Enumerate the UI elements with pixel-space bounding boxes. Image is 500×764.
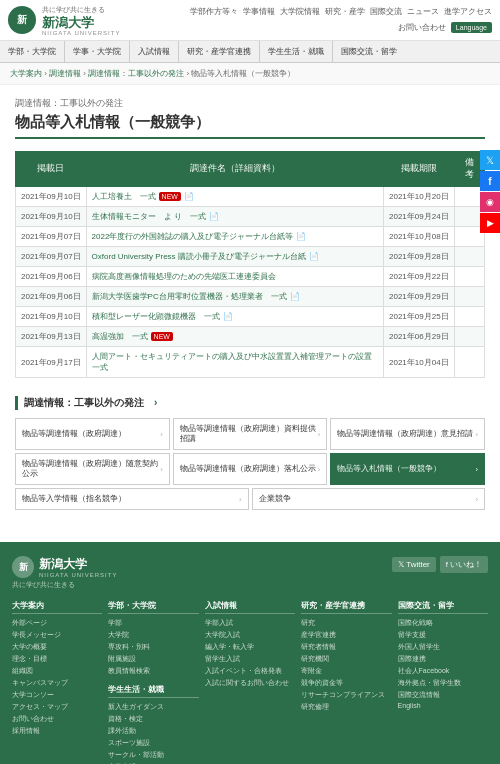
top-nav-item[interactable]: 学事・大学院	[65, 41, 130, 62]
nav-item[interactable]: お問い合わせ	[398, 23, 446, 33]
footer-link[interactable]: リサーチコンプライアンス	[301, 690, 391, 700]
footer-link[interactable]: 外部ページ	[12, 618, 102, 628]
footer-link[interactable]: 国際連携	[398, 654, 488, 664]
table-cell-title[interactable]: 2022年度行の外国雑誌の購入及び電子ジャーナル台紙等📄	[86, 227, 383, 247]
footer-link[interactable]: 採用情報	[12, 726, 102, 736]
top-nav-item[interactable]: 学生生活・就職	[260, 41, 333, 62]
instagram-button[interactable]: ◉	[480, 192, 500, 212]
lang-button[interactable]: Language	[451, 22, 492, 33]
footer-link[interactable]: スポーツ施設	[108, 738, 198, 748]
nav-item[interactable]: 学事情報	[243, 7, 275, 17]
footer-link[interactable]: 産学官連携	[301, 630, 391, 640]
table-cell-title[interactable]: 積和型レーザー化顕微鏡機器 一式📄	[86, 307, 383, 327]
link-card-2[interactable]: 物品等調達情報（政府調達）資料提供招講›	[173, 418, 328, 450]
footer-link[interactable]: 研究機関	[301, 654, 391, 664]
footer-link[interactable]: アクセス・マップ	[12, 702, 102, 712]
footer-link[interactable]: 新入生ガイダンス	[108, 702, 198, 712]
table-cell-note	[454, 267, 484, 287]
procurement-link[interactable]: 生体情報モニター よ り 一式	[92, 212, 206, 221]
footer-link[interactable]: 課外活動	[108, 726, 198, 736]
table-row: 2021年09月07日Oxford University Press 購読小冊子…	[16, 247, 485, 267]
link-card-7[interactable]: 物品等入学情報（指名競争）›	[15, 488, 249, 510]
link-grid-2: 物品等調達情報（政府調達）随意契約公示› 物品等調達情報（政府調達）落札公示› …	[15, 453, 485, 485]
table-cell-title[interactable]: 高温強加 一式NEW	[86, 327, 383, 347]
table-cell-title[interactable]: 新潟大学医歯学PC台用零时位置機器・処理業者 一式📄	[86, 287, 383, 307]
procurement-link[interactable]: 人工培養土 一式	[92, 192, 156, 201]
footer-link[interactable]: 大学の概要	[12, 642, 102, 652]
link-card-3[interactable]: 物品等調達情報（政府調達）意見招請›	[330, 418, 485, 450]
footer-link[interactable]: 資格・検定	[108, 714, 198, 724]
footer-link[interactable]: 教員情報検索	[108, 666, 198, 676]
table-cell-title[interactable]: 人間アート・セキュリティアートの購入及び中水設置置入補管理アートの設置 一式	[86, 347, 383, 378]
procurement-link[interactable]: 新潟大学医歯学PC台用零时位置機器・処理業者 一式	[92, 292, 287, 301]
footer-link[interactable]: 留学支援	[398, 630, 488, 640]
link-card-6-active[interactable]: 物品等入札情報（一般競争）›	[330, 453, 485, 485]
breadcrumb-home[interactable]: 大学案内	[10, 69, 42, 78]
footer-link[interactable]: 入試イベント・合格発表	[205, 666, 295, 676]
youtube-button[interactable]: ▶	[480, 213, 500, 233]
footer-link[interactable]: 専攻科・別科	[108, 642, 198, 652]
footer-link[interactable]: 海外拠点・留学生数	[398, 678, 488, 688]
footer-link[interactable]: 研究倫理	[301, 702, 391, 712]
footer-link[interactable]: お問い合わせ	[12, 714, 102, 724]
twitter-button[interactable]: 𝕏	[480, 150, 500, 170]
nav-item[interactable]: 研究・産学	[325, 7, 365, 17]
footer-link[interactable]: 入試に関するお問い合わせ	[205, 678, 295, 688]
top-nav-item[interactable]: 入試情報	[130, 41, 179, 62]
footer-link[interactable]: 社会人Facebook	[398, 666, 488, 676]
procurement-table: 掲載日 調達件名（詳細資料） 掲載期限 備考 2021年09月10日人工培養土 …	[15, 151, 485, 378]
link-card-4[interactable]: 物品等調達情報（政府調達）随意契約公示›	[15, 453, 170, 485]
nav-item[interactable]: 大学院情報	[280, 7, 320, 17]
link-card-5[interactable]: 物品等調達情報（政府調達）落札公示›	[173, 453, 328, 485]
footer-twitter-btn[interactable]: 𝕏 Twitter	[392, 557, 436, 572]
footer-link[interactable]: 編入学・転入学	[205, 642, 295, 652]
footer-link[interactable]: 留学生入試	[205, 654, 295, 664]
footer-link[interactable]: 理念・目標	[12, 654, 102, 664]
footer-link[interactable]: 組織図	[12, 666, 102, 676]
breadcrumb-link[interactable]: 調達情報：工事以外の発注	[88, 69, 184, 78]
top-nav-item[interactable]: 国際交流・留学	[333, 41, 405, 62]
footer-link[interactable]: 大学院入試	[205, 630, 295, 640]
footer-link[interactable]: 寄附金	[301, 666, 391, 676]
nav-item[interactable]: 学部作方等々	[190, 7, 238, 17]
link-card-1[interactable]: 物品等調達情報（政府調達）›	[15, 418, 170, 450]
logo-en: NIIGATA UNIVERSITY	[42, 30, 120, 36]
footer-link[interactable]: キャンパスマップ	[12, 678, 102, 688]
procurement-link[interactable]: 積和型レーザー化顕微鏡機器 一式	[92, 312, 220, 321]
procurement-link[interactable]: 人間アート・セキュリティアートの購入及び中水設置置入補管理アートの設置 一式	[92, 352, 380, 372]
table-cell-date: 2021年09月07日	[16, 227, 87, 247]
procurement-link[interactable]: 病院高度画像情報処理のための先端医工連連委員会	[92, 272, 276, 281]
footer-link[interactable]: 研究者情報	[301, 642, 391, 652]
table-cell-title[interactable]: 生体情報モニター よ り 一式📄	[86, 207, 383, 227]
footer-link[interactable]: 国際交流情報	[398, 690, 488, 700]
link-card-8[interactable]: 企業競争›	[252, 488, 486, 510]
footer-link[interactable]: 国際化戦略	[398, 618, 488, 628]
breadcrumb-link[interactable]: 調達情報	[49, 69, 81, 78]
footer-link[interactable]: サークル・部活動	[108, 750, 198, 760]
footer-link[interactable]: 研究	[301, 618, 391, 628]
footer-link[interactable]: 大学院	[108, 630, 198, 640]
procurement-link[interactable]: 高温強加 一式	[92, 332, 148, 341]
table-cell-title[interactable]: 病院高度画像情報処理のための先端医工連連委員会	[86, 267, 383, 287]
nav-item[interactable]: ニュース	[407, 7, 439, 17]
footer-link[interactable]: 学部入試	[205, 618, 295, 628]
table-cell-note	[454, 287, 484, 307]
footer-facebook-btn[interactable]: f いいね！	[440, 556, 488, 573]
nav-item[interactable]: 国際交流	[370, 7, 402, 17]
footer-link[interactable]: 学長メッセージ	[12, 630, 102, 640]
footer-link[interactable]: English	[398, 702, 488, 709]
footer-link[interactable]: 附属施設	[108, 654, 198, 664]
table-cell-title[interactable]: Oxford University Press 購読小冊子及び電子ジャーナル台紙…	[86, 247, 383, 267]
footer-link[interactable]: 学部	[108, 618, 198, 628]
footer-link[interactable]: 大学コンソー	[12, 690, 102, 700]
footer-link[interactable]: 競争的資金等	[301, 678, 391, 688]
top-nav-item[interactable]: 研究・産学官連携	[179, 41, 260, 62]
table-row: 2021年09月06日病院高度画像情報処理のための先端医工連連委員会2021年0…	[16, 267, 485, 287]
nav-item[interactable]: 進学アクセス	[444, 7, 492, 17]
procurement-link[interactable]: 2022年度行の外国雑誌の購入及び電子ジャーナル台紙等	[92, 232, 294, 241]
procurement-link[interactable]: Oxford University Press 購読小冊子及び電子ジャーナル台紙	[92, 252, 306, 261]
top-nav-item[interactable]: 学部・大学院	[0, 41, 65, 62]
table-cell-title[interactable]: 人工培養土 一式NEW📄	[86, 187, 383, 207]
facebook-button[interactable]: f	[480, 171, 500, 191]
footer-link[interactable]: 外国人留学生	[398, 642, 488, 652]
